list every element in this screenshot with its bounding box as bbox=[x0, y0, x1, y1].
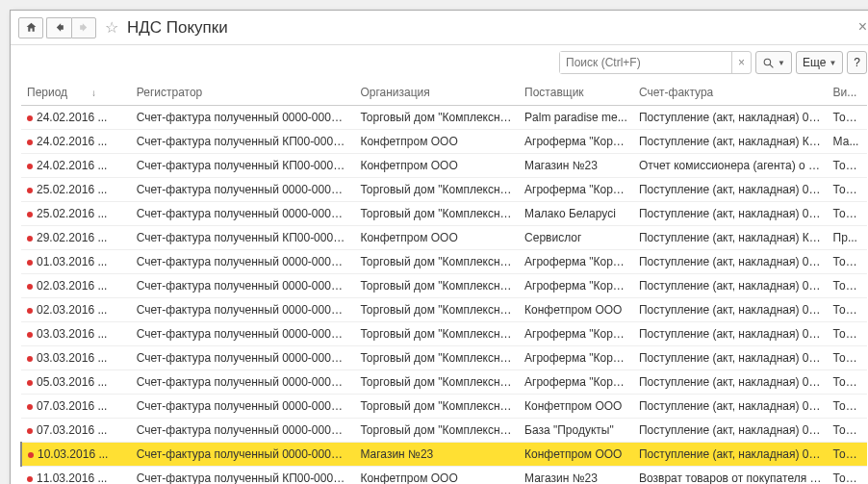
table-row[interactable]: 02.03.2016 ...Счет-фактура полученный 00… bbox=[21, 274, 867, 298]
status-dot-icon bbox=[27, 332, 33, 338]
table-row[interactable]: 24.02.2016 ...Счет-фактура полученный КП… bbox=[21, 130, 867, 154]
table-row[interactable]: 07.03.2016 ...Счет-фактура полученный 00… bbox=[21, 419, 867, 443]
table-row[interactable]: 25.02.2016 ...Счет-фактура полученный 00… bbox=[21, 202, 867, 226]
cell-invoice: Поступление (акт, накладная) 0000... bbox=[633, 202, 828, 226]
more-button[interactable]: Еще ▼ bbox=[796, 51, 843, 74]
cell-registrar: Счет-фактура полученный КП00-000031 ... bbox=[131, 467, 355, 485]
status-dot-icon bbox=[27, 404, 33, 410]
table-row[interactable]: 24.02.2016 ...Счет-фактура полученный 00… bbox=[21, 106, 867, 130]
col-supplier[interactable]: Поставщик bbox=[519, 80, 633, 106]
col-invoice[interactable]: Счет-фактура bbox=[633, 80, 828, 106]
status-dot-icon bbox=[27, 308, 33, 314]
cell-org: Конфетпром ООО bbox=[354, 467, 519, 485]
table-row[interactable]: 03.03.2016 ...Счет-фактура полученный 00… bbox=[21, 346, 867, 370]
cell-period-wrap: 01.03.2016 ... bbox=[21, 250, 131, 274]
cell-period-wrap: 02.03.2016 ... bbox=[21, 274, 131, 298]
cell-period: 24.02.2016 ... bbox=[37, 159, 107, 172]
cell-type: Тов... bbox=[828, 106, 867, 130]
search-clear-button[interactable]: × bbox=[731, 52, 751, 73]
cell-period: 25.02.2016 ... bbox=[37, 183, 107, 196]
cell-invoice: Поступление (акт, накладная) 0000... bbox=[633, 419, 828, 443]
col-period[interactable]: Период↓ bbox=[21, 80, 131, 106]
close-button[interactable]: × bbox=[858, 18, 867, 36]
cell-period-wrap: 24.02.2016 ... bbox=[21, 154, 131, 178]
search-input[interactable] bbox=[560, 52, 731, 73]
search-options-button[interactable]: ▼ bbox=[755, 51, 792, 74]
cell-supplier: Агроферма "Коро... bbox=[519, 250, 633, 274]
cell-period: 24.02.2016 ... bbox=[37, 111, 107, 124]
chevron-down-icon: ▼ bbox=[778, 59, 785, 67]
cell-type: Ма... bbox=[828, 130, 867, 154]
table-row[interactable]: 03.03.2016 ...Счет-фактура полученный 00… bbox=[21, 322, 867, 346]
chevron-down-icon: ▼ bbox=[829, 59, 836, 67]
star-icon[interactable]: ☆ bbox=[102, 18, 121, 38]
col-registrar[interactable]: Регистратор bbox=[131, 80, 355, 106]
cell-type: Тов... bbox=[828, 443, 867, 467]
cell-org: Торговый дом "Комплексный... bbox=[354, 395, 519, 419]
cell-type: Тов... bbox=[828, 154, 867, 178]
table-row[interactable]: 10.03.2016 ...Счет-фактура полученный 00… bbox=[21, 443, 867, 467]
svg-line-1 bbox=[770, 64, 773, 67]
table-row[interactable]: 01.03.2016 ...Счет-фактура полученный 00… bbox=[21, 250, 867, 274]
col-type[interactable]: Ви... bbox=[828, 80, 867, 106]
titlebar: ☆ НДС Покупки × bbox=[11, 11, 868, 45]
nav-back-forward bbox=[46, 17, 96, 38]
cell-invoice: Поступление (акт, накладная) КП0... bbox=[633, 226, 828, 250]
cell-org: Торговый дом "Комплексный... bbox=[354, 202, 519, 226]
cell-type: Тов... bbox=[828, 298, 867, 322]
status-dot-icon bbox=[27, 236, 33, 242]
page-title: НДС Покупки bbox=[127, 18, 228, 38]
cell-registrar: Счет-фактура полученный 0000-000049 ... bbox=[131, 298, 355, 322]
cell-registrar: Счет-фактура полученный 0000-000048 ... bbox=[131, 370, 355, 395]
cell-registrar: Счет-фактура полученный 0000-000043 ... bbox=[131, 178, 355, 202]
status-dot-icon bbox=[27, 476, 33, 482]
cell-period-wrap: 10.03.2016 ... bbox=[21, 443, 131, 467]
cell-registrar: Счет-фактура полученный 0000-000052 ... bbox=[131, 419, 355, 443]
table-row[interactable]: 24.02.2016 ...Счет-фактура полученный КП… bbox=[21, 154, 867, 178]
cell-supplier: Сервислог bbox=[519, 226, 633, 250]
table-row[interactable]: 25.02.2016 ...Счет-фактура полученный 00… bbox=[21, 178, 867, 202]
cell-invoice: Поступление (акт, накладная) 0000... bbox=[633, 322, 828, 346]
home-icon bbox=[25, 21, 38, 34]
cell-period: 02.03.2016 ... bbox=[37, 303, 107, 317]
cell-registrar: Счет-фактура полученный 0000-000046 ... bbox=[131, 274, 355, 298]
status-dot-icon bbox=[27, 260, 33, 266]
cell-supplier: Агроферма "Коро... bbox=[519, 370, 633, 395]
cell-registrar: Счет-фактура полученный КП00-000027 ... bbox=[131, 154, 355, 178]
sort-down-icon: ↓ bbox=[91, 88, 96, 98]
cell-org: Торговый дом "Комплексный... bbox=[354, 322, 519, 346]
cell-supplier: Конфетпром ООО bbox=[519, 395, 633, 419]
cell-period: 07.03.2016 ... bbox=[37, 399, 107, 413]
more-label: Еще bbox=[803, 56, 826, 69]
table-row[interactable]: 07.03.2016 ...Счет-фактура полученный 00… bbox=[21, 395, 867, 419]
cell-period-wrap: 03.03.2016 ... bbox=[21, 346, 131, 370]
cell-period-wrap: 05.03.2016 ... bbox=[21, 370, 131, 395]
col-org[interactable]: Организация bbox=[354, 80, 519, 106]
cell-supplier: Магазин №23 bbox=[519, 467, 633, 485]
help-button[interactable]: ? bbox=[847, 51, 867, 74]
status-dot-icon bbox=[27, 188, 33, 193]
cell-org: Торговый дом "Комплексный... bbox=[354, 419, 519, 443]
table-row[interactable]: 11.03.2016 ...Счет-фактура полученный КП… bbox=[21, 467, 867, 485]
cell-type: Тов... bbox=[828, 395, 867, 419]
forward-button[interactable] bbox=[71, 17, 96, 38]
cell-registrar: Счет-фактура полученный 0000-000051 ... bbox=[131, 395, 355, 419]
status-dot-icon bbox=[27, 115, 33, 121]
cell-invoice: Поступление (акт, накладная) 0000... bbox=[633, 298, 828, 322]
back-button[interactable] bbox=[46, 17, 71, 38]
table-row[interactable]: 29.02.2016 ...Счет-фактура полученный КП… bbox=[21, 226, 867, 250]
status-dot-icon bbox=[27, 212, 33, 217]
cell-period: 10.03.2016 ... bbox=[38, 447, 108, 461]
cell-registrar: Счет-фактура полученный КП00-000025 ... bbox=[131, 130, 355, 154]
cell-type: Пр... bbox=[828, 226, 867, 250]
cell-invoice: Поступление (акт, накладная) 0000... bbox=[633, 395, 828, 419]
cell-registrar: Счет-фактура полученный 0000-000009 ... bbox=[131, 443, 355, 467]
home-button[interactable] bbox=[18, 17, 43, 38]
table-row[interactable]: 05.03.2016 ...Счет-фактура полученный 00… bbox=[21, 370, 867, 395]
status-dot-icon bbox=[27, 284, 33, 290]
cell-org: Конфетпром ООО bbox=[354, 154, 519, 178]
cell-org: Конфетпром ООО bbox=[354, 130, 519, 154]
table-row[interactable]: 02.03.2016 ...Счет-фактура полученный 00… bbox=[21, 298, 867, 322]
data-grid: Период↓ Регистратор Организация Поставщи… bbox=[20, 80, 867, 484]
status-dot-icon bbox=[27, 164, 33, 169]
